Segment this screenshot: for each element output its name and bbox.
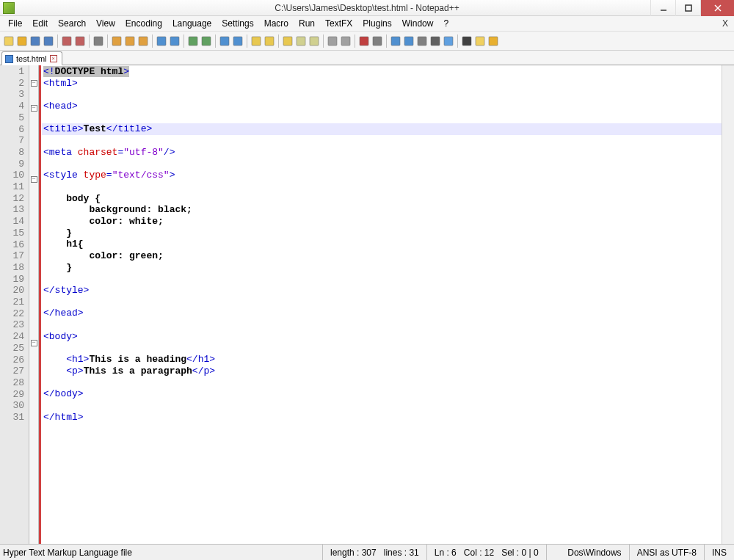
spellcheck-icon[interactable] [474,35,486,47]
code-line[interactable] [42,135,722,147]
menu-file[interactable]: File [3,17,27,30]
menu-edit[interactable]: Edit [27,17,53,30]
code-line[interactable]: <body> [42,331,722,343]
svg-rect-13 [139,37,148,46]
code-line[interactable]: <meta charset="utf-8"/> [42,147,722,159]
code-area[interactable]: <!DOCTYPE html><html><head><title>Test</… [39,65,722,544]
save-all-icon[interactable] [43,35,54,47]
code-line[interactable]: </body> [42,388,722,400]
code-line[interactable]: color: green; [42,250,722,262]
code-line[interactable]: </html> [42,412,722,423]
code-line[interactable]: </style> [42,285,722,297]
close-all-icon[interactable] [74,35,86,47]
line-number: 30 [0,400,24,412]
code-line[interactable] [42,159,722,170]
svg-rect-27 [360,37,368,46]
code-line[interactable] [42,400,722,412]
close-icon[interactable] [61,35,73,47]
save-icon[interactable] [29,35,41,47]
code-line[interactable]: } [42,262,722,274]
code-line[interactable]: <html> [42,78,722,90]
status-encoding: ANSI as UTF-8 [630,545,705,560]
code-line[interactable] [42,319,722,331]
menu-view[interactable]: View [91,17,120,30]
wordwrap-icon[interactable] [282,35,294,47]
fold-toggle[interactable]: − [31,176,37,183]
menu-help[interactable]: ? [438,17,454,30]
line-number-gutter: 1234567891011121314151617181920212223242… [0,65,29,544]
code-line[interactable] [42,112,722,124]
code-line[interactable] [42,181,722,193]
menu-encoding[interactable]: Encoding [120,17,167,30]
code-line[interactable]: background: black; [42,204,722,216]
new-file-icon[interactable] [3,35,15,47]
code-line[interactable]: color: white; [42,216,722,228]
editor[interactable]: 1234567891011121314151617181920212223242… [0,65,734,544]
code-line[interactable] [42,273,722,285]
ds-icon[interactable] [461,35,473,47]
minimize-button[interactable] [650,0,675,16]
macro-stop-icon[interactable] [403,35,415,47]
vertical-scrollbar[interactable] [722,65,734,544]
tab-close-icon[interactable]: × [50,55,57,62]
open-file-icon[interactable] [16,35,28,47]
code-line[interactable] [42,377,722,389]
code-line[interactable] [42,89,722,101]
code-line[interactable]: <style type="text/css"> [42,170,722,181]
lang-icon[interactable] [327,35,338,47]
undo-icon[interactable] [156,35,167,47]
show-chars-icon[interactable] [295,35,307,47]
menu-language[interactable]: Language [167,17,217,30]
code-line[interactable] [42,297,722,308]
func-list-icon[interactable] [358,35,370,47]
close-button[interactable] [700,0,734,16]
code-line[interactable]: <head> [42,101,722,112]
menu-macro[interactable]: Macro [259,17,294,30]
svg-rect-12 [126,37,134,46]
zoom-in-icon[interactable] [219,35,230,47]
code-line[interactable] [42,343,722,354]
code-line[interactable]: h1{ [42,239,722,250]
redo-icon[interactable] [169,35,181,47]
fold-toggle[interactable]: − [31,340,37,346]
print-icon[interactable] [92,35,104,47]
menu-settings[interactable]: Settings [217,17,258,30]
fold-toggle[interactable]: − [31,105,37,112]
paste-icon[interactable] [137,35,149,47]
indent-guide-icon[interactable] [308,35,320,47]
menu-window[interactable]: Window [397,17,439,30]
menu-search[interactable]: Search [53,17,91,30]
code-line[interactable]: </head> [42,308,722,319]
code-line[interactable]: <p>This is a paragraph</p> [42,366,722,377]
cut-icon[interactable] [111,35,123,47]
macro-save-icon[interactable] [443,35,454,47]
line-number: 27 [0,366,24,377]
sync-v-icon[interactable] [250,35,262,47]
replace-icon[interactable] [200,35,212,47]
file-type-icon [5,55,13,63]
find-icon[interactable] [187,35,199,47]
compare-icon[interactable] [487,35,499,47]
menu-close-x[interactable]: X [722,18,728,29]
code-line[interactable]: } [42,228,722,239]
code-line[interactable]: body { [42,193,722,205]
macro-play-multi-icon[interactable] [429,35,441,47]
code-line[interactable]: <title>Test</title> [42,123,722,135]
menu-textfx[interactable]: TextFX [320,17,357,30]
file-tab[interactable]: test.html × [1,51,62,65]
fold-column[interactable]: −−−− [29,65,39,544]
zoom-out-icon[interactable] [232,35,244,47]
macro-record-icon[interactable] [390,35,401,47]
menu-run[interactable]: Run [294,17,320,30]
copy-icon[interactable] [124,35,136,47]
code-line[interactable]: <!DOCTYPE html> [42,66,722,78]
doc-map-icon[interactable] [340,35,352,47]
code-line[interactable]: <h1>This is a heading</h1> [42,354,722,366]
maximize-button[interactable] [675,0,700,16]
svg-rect-30 [404,37,413,46]
macro-play-icon[interactable] [416,35,428,47]
sync-h-icon[interactable] [264,35,275,47]
folder-icon[interactable] [371,35,383,47]
menu-plugins[interactable]: Plugins [357,17,396,30]
fold-toggle[interactable]: − [31,80,37,87]
